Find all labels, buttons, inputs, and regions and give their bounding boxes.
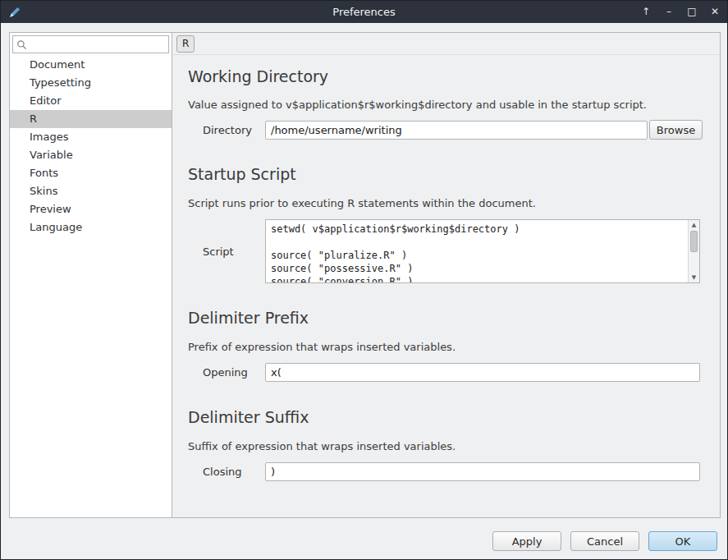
working-directory-description: Value assigned to v$application$r$workin… — [188, 99, 647, 111]
closing-label: Closing — [203, 466, 265, 478]
search-input[interactable] — [30, 39, 165, 50]
delimiter-prefix-heading: Delimiter Prefix — [188, 309, 309, 327]
directory-label: Directory — [203, 124, 265, 136]
script-textarea[interactable]: setwd( v$application$r$working$directory… — [266, 220, 688, 282]
titlebar[interactable]: Preferences ↑ – □ ✕ — [1, 1, 727, 23]
sidebar-item-preview[interactable]: Preview — [10, 200, 172, 218]
script-scrollbar[interactable]: ▲ ▼ — [688, 220, 699, 282]
opening-row: Opening — [203, 363, 700, 382]
close-icon[interactable]: ✕ — [710, 1, 720, 23]
settings-pane: R Working Directory Value assigned to v$… — [172, 33, 720, 517]
sidebar-item-images[interactable]: Images — [10, 128, 172, 146]
delimiter-prefix-description: Prefix of expression that wraps inserted… — [188, 341, 456, 353]
browse-button[interactable]: Browse — [649, 120, 703, 140]
script-editor: setwd( v$application$r$working$directory… — [265, 219, 700, 283]
script-row: Script setwd( v$application$r$working$di… — [203, 219, 700, 283]
keep-above-icon[interactable]: ↑ — [641, 1, 651, 23]
minimize-icon[interactable]: – — [664, 1, 674, 23]
sidebar-item-editor[interactable]: Editor — [10, 92, 172, 110]
preferences-window: Preferences ↑ – □ ✕ Document Typesetting… — [0, 0, 728, 560]
delimiter-suffix-heading: Delimiter Suffix — [188, 408, 309, 426]
opening-input[interactable] — [265, 363, 700, 382]
working-directory-heading: Working Directory — [188, 67, 328, 85]
scroll-down-icon[interactable]: ▼ — [689, 273, 699, 282]
dialog-footer: Apply Cancel OK — [492, 531, 717, 551]
search-box — [12, 35, 169, 53]
sidebar-item-r[interactable]: R — [10, 110, 172, 128]
sidebar-item-variable[interactable]: Variable — [10, 146, 172, 164]
apply-button[interactable]: Apply — [492, 531, 561, 551]
breadcrumb-r-tab[interactable]: R — [176, 35, 195, 53]
app-pencil-icon — [8, 6, 21, 19]
content-frame: Document Typesetting Editor R Images Var… — [9, 32, 721, 518]
opening-label: Opening — [203, 366, 265, 379]
sidebar-nav: Document Typesetting Editor R Images Var… — [10, 56, 172, 236]
scroll-thumb[interactable] — [690, 231, 698, 252]
delimiter-suffix-description: Suffix of expression that wraps inserted… — [188, 440, 456, 452]
window-title: Preferences — [1, 6, 727, 18]
sidebar-item-fonts[interactable]: Fonts — [10, 164, 172, 182]
script-label: Script — [203, 246, 265, 258]
pane-header: R — [172, 33, 720, 55]
sidebar: Document Typesetting Editor R Images Var… — [10, 33, 172, 517]
closing-input[interactable] — [265, 462, 700, 481]
scroll-up-icon[interactable]: ▲ — [689, 220, 699, 230]
sidebar-item-document[interactable]: Document — [10, 56, 172, 74]
sidebar-item-skins[interactable]: Skins — [10, 182, 172, 200]
directory-input[interactable] — [265, 121, 648, 140]
window-controls: ↑ – □ ✕ — [641, 1, 720, 23]
ok-button[interactable]: OK — [648, 531, 717, 551]
startup-script-heading: Startup Script — [188, 165, 296, 183]
maximize-icon[interactable]: □ — [687, 1, 697, 23]
search-icon — [16, 39, 27, 50]
cancel-button[interactable]: Cancel — [570, 531, 639, 551]
directory-row: Directory Browse — [203, 120, 703, 140]
startup-script-description: Script runs prior to executing R stateme… — [188, 197, 536, 209]
sidebar-item-typesetting[interactable]: Typesetting — [10, 74, 172, 92]
closing-row: Closing — [203, 462, 700, 481]
sidebar-item-language[interactable]: Language — [10, 218, 172, 236]
